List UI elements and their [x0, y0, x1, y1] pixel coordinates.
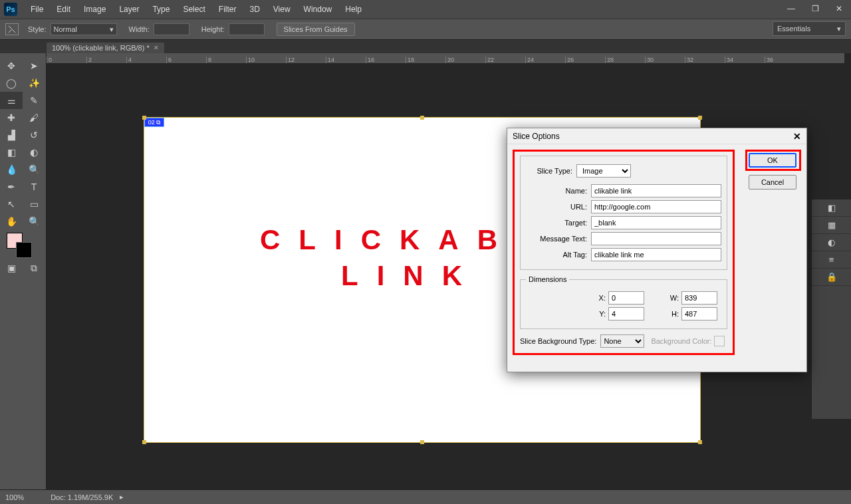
doc-size: Doc: 1.19M/255.9K	[51, 493, 113, 501]
document-tab[interactable]: 100% (clickable link, RGB/8) * ✕	[47, 43, 164, 53]
arrow-tool-icon[interactable]: ➤	[23, 57, 45, 74]
menu-select[interactable]: Select	[176, 0, 211, 19]
zoom-tool-icon[interactable]: 🔍	[23, 213, 45, 230]
cancel-button[interactable]: Cancel	[749, 175, 796, 189]
options-bar: Style: Normal▾ Width: Height: Slices Fro…	[0, 19, 851, 40]
horizontal-ruler: 024681012141618202224262830323436	[47, 53, 844, 64]
workspace-switcher[interactable]: Essentials▾	[773, 21, 846, 36]
blur-tool-icon[interactable]: 💧	[0, 161, 23, 178]
message-label: Message Text:	[526, 235, 587, 243]
right-panels: ◧ ▦ ◐ ≡ 🔒	[811, 199, 851, 419]
x-label: X:	[591, 294, 606, 302]
menu-window[interactable]: Window	[297, 0, 339, 19]
alt-input[interactable]	[591, 248, 721, 261]
name-label: Name:	[526, 187, 587, 195]
menu-image[interactable]: Image	[77, 0, 112, 19]
gradient-tool-icon[interactable]: ◐	[23, 144, 45, 161]
lasso-tool-icon[interactable]: ◯	[0, 74, 23, 92]
style-dropdown[interactable]: Normal▾	[51, 23, 117, 35]
color-swatches[interactable]	[0, 233, 46, 259]
background-swatch[interactable]	[16, 242, 32, 258]
slice-badge[interactable]: 02 ⧉	[144, 118, 164, 127]
tab-close-icon[interactable]: ✕	[154, 45, 159, 51]
y-input[interactable]	[608, 307, 644, 320]
dimensions-legend: Dimensions	[526, 275, 569, 283]
target-input[interactable]	[591, 216, 721, 229]
screenmode-icon[interactable]: ⧉	[23, 259, 45, 277]
y-label: Y:	[591, 310, 606, 318]
panel-color-icon[interactable]: ◧	[812, 199, 851, 217]
dialog-highlight: Slice Type: Image Name: URL: Target: Mes…	[513, 150, 735, 355]
minimize-icon[interactable]: —	[783, 3, 799, 15]
url-input[interactable]	[591, 200, 721, 213]
healing-tool-icon[interactable]: ✚	[0, 109, 23, 126]
dialog-close-icon[interactable]: ✕	[793, 131, 801, 142]
menu-3d[interactable]: 3D	[243, 0, 266, 19]
bgcolor-swatch	[714, 336, 725, 346]
pen-tool-icon[interactable]: ✒	[0, 178, 23, 195]
bgtype-select[interactable]: None	[600, 334, 644, 348]
menu-help[interactable]: Help	[338, 0, 368, 19]
name-input[interactable]	[591, 184, 721, 197]
panel-swatches-icon[interactable]: ▦	[812, 217, 851, 234]
menu-view[interactable]: View	[267, 0, 297, 19]
canvas-text-line-2: LINK	[341, 260, 481, 292]
tools-panel: ✥➤ ◯✨ ⚌✎ ✚🖌 ▟↺ ◧◐ 💧🔍 ✒T ↖▭ ✋🔍 ▣⧉	[0, 53, 47, 489]
wand-tool-icon[interactable]: ✨	[23, 74, 45, 92]
status-bar: 100% Doc: 1.19M/255.9K ▸	[0, 489, 851, 504]
menu-file[interactable]: File	[24, 0, 50, 19]
slice-type-label: Slice Type:	[526, 167, 572, 175]
shape-tool-icon[interactable]: ▭	[23, 195, 45, 213]
zoom-level[interactable]: 100%	[5, 493, 24, 501]
eraser-tool-icon[interactable]: ◧	[0, 144, 23, 161]
crop-tool-icon[interactable]: ⚌	[0, 92, 23, 109]
panel-layers-icon[interactable]: ≡	[812, 251, 851, 269]
bgtype-label: Slice Background Type:	[520, 337, 596, 345]
x-input[interactable]	[608, 291, 644, 305]
slices-from-guides-button[interactable]: Slices From Guides	[277, 23, 355, 36]
brush-tool-icon[interactable]: 🖌	[23, 109, 45, 126]
menubar: Ps File Edit Image Layer Type Select Fil…	[0, 0, 851, 19]
height-input[interactable]	[229, 23, 265, 35]
stamp-tool-icon[interactable]: ▟	[0, 126, 23, 144]
path-tool-icon[interactable]: ↖	[0, 195, 23, 213]
h-label: H:	[664, 310, 679, 318]
w-input[interactable]	[681, 291, 717, 305]
window-controls: — ❐ ✕	[783, 3, 847, 15]
close-icon[interactable]: ✕	[831, 3, 847, 15]
hand-tool-icon[interactable]: ✋	[0, 213, 23, 230]
slice-tool-icon[interactable]	[5, 23, 19, 35]
panel-lock-icon[interactable]: 🔒	[812, 269, 851, 286]
dodge-tool-icon[interactable]: 🔍	[23, 161, 45, 178]
eyedropper-tool-icon[interactable]: ✎	[23, 92, 45, 109]
alt-label: Alt Tag:	[526, 251, 587, 259]
bgcolor-label: Background Color:	[651, 337, 711, 345]
panel-adjust-icon[interactable]: ◐	[812, 234, 851, 251]
width-label: Width:	[129, 25, 150, 33]
ok-highlight: OK	[745, 150, 801, 171]
type-tool-icon[interactable]: T	[23, 178, 45, 195]
ok-button[interactable]: OK	[749, 153, 796, 168]
message-input[interactable]	[591, 232, 721, 245]
menu-layer[interactable]: Layer	[112, 0, 146, 19]
move-tool-icon[interactable]: ✥	[0, 57, 23, 74]
h-input[interactable]	[681, 307, 717, 320]
maximize-icon[interactable]: ❐	[807, 3, 823, 15]
tab-label: 100% (clickable link, RGB/8) *	[52, 44, 150, 52]
height-label: Height:	[201, 25, 225, 33]
quickmask-icon[interactable]: ▣	[0, 259, 23, 277]
w-label: W:	[664, 294, 679, 302]
app-logo: Ps	[4, 3, 17, 16]
slice-options-dialog: Slice Options ✕ Slice Type: Image Name: …	[507, 128, 807, 372]
history-brush-icon[interactable]: ↺	[23, 126, 45, 144]
dialog-title: Slice Options	[513, 132, 560, 141]
style-label: Style:	[28, 25, 47, 33]
dialog-titlebar[interactable]: Slice Options ✕	[507, 128, 806, 144]
status-arrow-icon[interactable]: ▸	[120, 493, 124, 501]
menu-type[interactable]: Type	[146, 0, 176, 19]
menu-edit[interactable]: Edit	[50, 0, 77, 19]
slice-type-select[interactable]: Image	[576, 164, 631, 178]
width-input[interactable]	[154, 23, 189, 35]
url-label: URL:	[526, 203, 587, 211]
menu-filter[interactable]: Filter	[212, 0, 243, 19]
